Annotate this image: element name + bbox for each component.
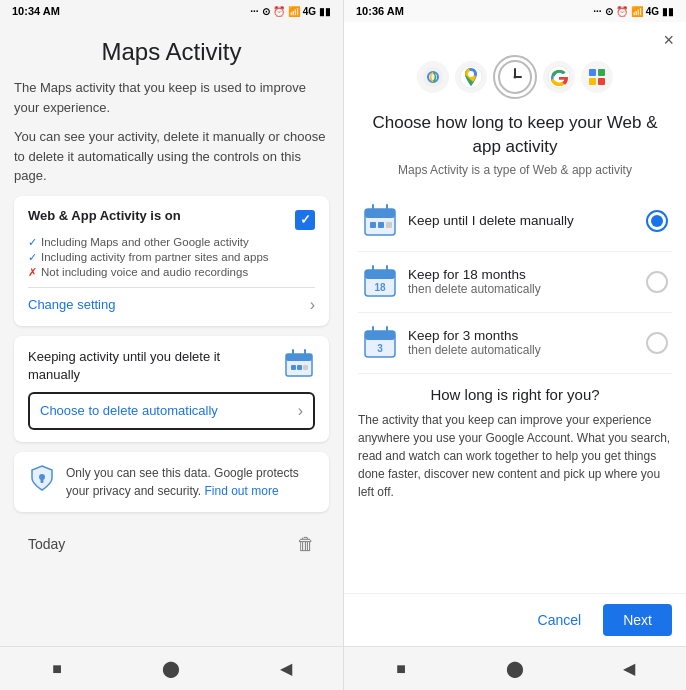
web-app-card-title: Web & App Activity is on bbox=[28, 208, 181, 223]
svg-rect-19 bbox=[598, 69, 605, 76]
next-button[interactable]: Next bbox=[603, 604, 672, 636]
nav-square-icon-r[interactable]: ■ bbox=[391, 659, 411, 679]
svg-rect-23 bbox=[365, 209, 395, 218]
svg-point-12 bbox=[468, 71, 474, 77]
left-status-icons: ··· ⊙ ⏰ 📶 4G ▮▮ bbox=[250, 6, 331, 17]
divider bbox=[28, 287, 315, 288]
svg-text:3: 3 bbox=[377, 343, 383, 354]
google-g-icon bbox=[543, 61, 575, 93]
find-out-more-link[interactable]: Find out more bbox=[205, 484, 279, 498]
change-setting-link[interactable]: Change setting › bbox=[28, 296, 315, 314]
web-app-card: Web & App Activity is on Including Maps … bbox=[14, 196, 329, 326]
privacy-card: Only you can see this data. Google prote… bbox=[14, 452, 329, 512]
svg-rect-27 bbox=[378, 222, 384, 228]
calendar-option-icon-1 bbox=[362, 203, 398, 239]
today-label: Today bbox=[28, 536, 65, 552]
right-time: 10:36 AM bbox=[356, 5, 404, 17]
svg-point-9 bbox=[423, 67, 443, 87]
calendar-icon bbox=[283, 348, 315, 380]
option-row-2[interactable]: 18 Keep for 18 months then delete automa… bbox=[358, 252, 672, 313]
svg-rect-35 bbox=[365, 331, 395, 340]
radio-option-1[interactable] bbox=[646, 210, 668, 232]
activity-card-text: Keeping activity until you delete it man… bbox=[28, 348, 275, 384]
right-subtitle: Maps Activity is a type of Web & app act… bbox=[358, 163, 672, 177]
option-row-3[interactable]: 3 Keep for 3 months then delete automati… bbox=[358, 313, 672, 374]
nav-circle-icon[interactable]: ⬤ bbox=[161, 659, 181, 679]
activity-card: Keeping activity until you delete it man… bbox=[14, 336, 329, 442]
close-button[interactable]: × bbox=[663, 30, 674, 51]
page-title: Maps Activity bbox=[14, 38, 329, 66]
right-footer: Cancel Next bbox=[344, 593, 686, 646]
how-long-desc: The activity that you keep can improve y… bbox=[358, 411, 672, 501]
how-long-section: How long is right for you? The activity … bbox=[358, 386, 672, 501]
option-row-1[interactable]: Keep until I delete manually bbox=[358, 191, 672, 252]
nav-square-icon[interactable]: ■ bbox=[47, 659, 67, 679]
right-header: × bbox=[344, 22, 686, 55]
right-title: Choose how long to keep your Web & app a… bbox=[358, 111, 672, 159]
google-app-icon bbox=[581, 61, 613, 93]
svg-rect-6 bbox=[303, 365, 308, 370]
shield-icon bbox=[28, 464, 56, 492]
svg-rect-28 bbox=[386, 222, 392, 228]
svg-point-16 bbox=[514, 76, 517, 79]
chevron-right-icon-2: › bbox=[298, 402, 303, 420]
svg-rect-1 bbox=[286, 354, 312, 361]
svg-rect-5 bbox=[297, 365, 302, 370]
web-app-item-3: Not including voice and audio recordings bbox=[28, 266, 315, 279]
svg-rect-26 bbox=[370, 222, 376, 228]
option-text-2: Keep for 18 months then delete automatic… bbox=[408, 267, 636, 296]
svg-rect-30 bbox=[365, 270, 395, 279]
cancel-button[interactable]: Cancel bbox=[528, 604, 592, 636]
today-row: Today 🗑 bbox=[14, 522, 329, 567]
choose-delete-button[interactable]: Choose to delete automatically › bbox=[28, 392, 315, 430]
trash-icon[interactable]: 🗑 bbox=[297, 534, 315, 555]
nav-back-icon-r[interactable]: ◀ bbox=[619, 659, 639, 679]
left-time: 10:34 AM bbox=[12, 5, 60, 17]
google-maps-icon bbox=[455, 61, 487, 93]
privacy-text: Only you can see this data. Google prote… bbox=[66, 464, 315, 500]
option-text-3: Keep for 3 months then delete automatica… bbox=[408, 328, 636, 357]
radio-option-2[interactable] bbox=[646, 271, 668, 293]
how-long-title: How long is right for you? bbox=[358, 386, 672, 403]
svg-rect-8 bbox=[41, 479, 44, 483]
radio-inner-1 bbox=[651, 215, 663, 227]
nav-circle-icon-r[interactable]: ⬤ bbox=[505, 659, 525, 679]
web-app-item-2: Including activity from partner sites an… bbox=[28, 251, 315, 264]
google-assistant-icon bbox=[417, 61, 449, 93]
choose-delete-label: Choose to delete automatically bbox=[40, 403, 218, 418]
web-app-check-icon bbox=[295, 210, 315, 230]
svg-rect-20 bbox=[589, 78, 596, 85]
chevron-right-icon: › bbox=[310, 296, 315, 314]
calendar-option-icon-3: 3 bbox=[362, 325, 398, 361]
svg-text:18: 18 bbox=[374, 282, 386, 293]
radio-option-3[interactable] bbox=[646, 332, 668, 354]
svg-rect-4 bbox=[291, 365, 296, 370]
app-icons-row bbox=[358, 55, 672, 99]
desc-1: The Maps activity that you keep is used … bbox=[14, 78, 329, 117]
option-text-1: Keep until I delete manually bbox=[408, 213, 636, 228]
svg-rect-21 bbox=[598, 78, 605, 85]
left-bottom-nav: ■ ⬤ ◀ bbox=[0, 646, 343, 690]
right-status-bar: 10:36 AM ··· ⊙ ⏰ 📶 4G ▮▮ bbox=[344, 0, 686, 22]
nav-back-icon[interactable]: ◀ bbox=[276, 659, 296, 679]
desc-2: You can see your activity, delete it man… bbox=[14, 127, 329, 186]
calendar-option-icon-2: 18 bbox=[362, 264, 398, 300]
web-app-item-1: Including Maps and other Google activity bbox=[28, 236, 315, 249]
left-status-bar: 10:34 AM ··· ⊙ ⏰ 📶 4G ▮▮ bbox=[0, 0, 343, 22]
right-bottom-nav: ■ ⬤ ◀ bbox=[344, 646, 686, 690]
right-status-icons: ··· ⊙ ⏰ 📶 4G ▮▮ bbox=[593, 6, 674, 17]
clock-icon bbox=[493, 55, 537, 99]
svg-rect-18 bbox=[589, 69, 596, 76]
